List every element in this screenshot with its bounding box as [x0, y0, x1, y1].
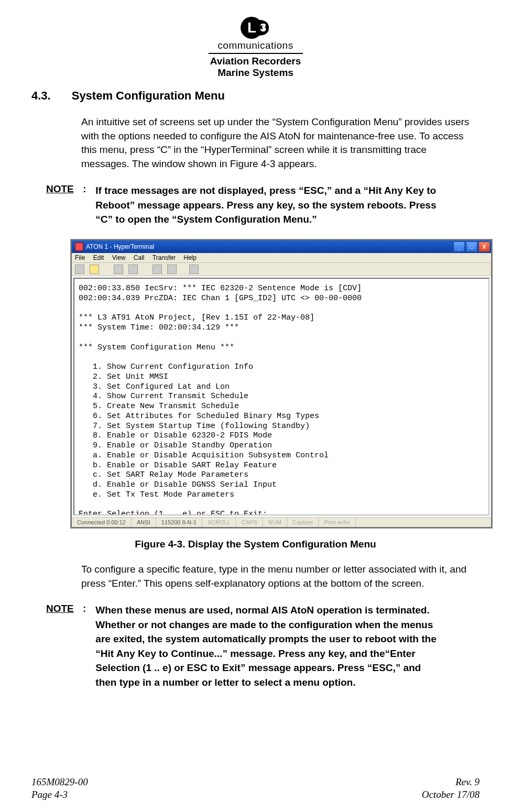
menu-view[interactable]: View	[112, 254, 126, 261]
footer-page-number: Page 4-3	[31, 788, 88, 802]
status-caps: CAPS	[236, 518, 263, 527]
toolbar	[72, 263, 491, 276]
menu-transfer[interactable]: Transfer	[153, 254, 176, 261]
status-num: NUM	[263, 518, 287, 527]
status-scroll: SCROLL	[202, 518, 236, 527]
status-capture: Capture	[287, 518, 319, 527]
call-icon[interactable]	[114, 265, 123, 274]
footer-revision: Rev. 9	[422, 776, 480, 789]
status-echo: Print echo	[319, 518, 356, 527]
minimize-button[interactable]: _	[453, 242, 465, 252]
new-icon[interactable]	[75, 265, 84, 274]
recv-icon[interactable]	[167, 265, 177, 274]
send-icon[interactable]	[153, 265, 162, 274]
status-connected: Connected 0:00:12	[72, 518, 132, 527]
menu-edit[interactable]: Edit	[93, 254, 104, 261]
svg-text:L: L	[247, 19, 256, 36]
svg-text:3: 3	[260, 21, 266, 34]
close-button[interactable]: X	[479, 242, 490, 252]
status-emulation: ANSI	[132, 518, 156, 527]
paragraph-2: To configure a specific feature, type in…	[81, 563, 474, 590]
figure-caption: Figure 4-3. Display the System Configura…	[31, 539, 480, 550]
note-1-text: If trace messages are not displayed, pre…	[95, 183, 441, 227]
section-number: 4.3.	[31, 89, 51, 103]
status-baud: 115200 8-N-1	[156, 518, 202, 527]
note-1: NOTE: If trace messages are not displaye…	[46, 183, 480, 227]
section-title: System Configuration Menu	[72, 89, 225, 103]
header-subtitle-1: Aviation Recorders	[209, 56, 303, 67]
note-label: NOTE	[46, 603, 83, 689]
section-heading: 4.3. System Configuration Menu	[31, 89, 480, 103]
hangup-icon[interactable]	[128, 265, 138, 274]
l3-logo-icon: L 3	[240, 16, 271, 40]
logo-communications: communications	[209, 40, 303, 51]
open-icon[interactable]	[90, 265, 99, 274]
page-header: L 3 communications Aviation Recorders Ma…	[31, 16, 480, 79]
logo: L 3 communications Aviation Recorders Ma…	[209, 16, 303, 79]
note-2-text: When these menus are used, normal AIS At…	[95, 603, 441, 689]
maximize-button[interactable]: □	[466, 242, 477, 252]
app-icon	[75, 243, 83, 251]
figure-hyperterminal-window: ATON 1 - HyperTerminal _ □ X File Edit V…	[71, 239, 492, 528]
menu-call[interactable]: Call	[134, 254, 145, 261]
terminal-output[interactable]: 002:00:33.850 IecSrv: *** IEC 62320-2 Se…	[73, 278, 490, 515]
footer-doc-number: 165M0829-00	[31, 776, 88, 789]
menu-file[interactable]: File	[75, 254, 85, 261]
window-titlebar: ATON 1 - HyperTerminal _ □ X	[72, 240, 491, 253]
paragraph-1: An intuitive set of screens set up under…	[81, 115, 474, 171]
window-title: ATON 1 - HyperTerminal	[86, 243, 154, 250]
menu-help[interactable]: Help	[183, 254, 197, 261]
footer-date: October 17/08	[422, 788, 480, 802]
note-label: NOTE	[46, 183, 83, 227]
page-footer: 165M0829-00 Page 4-3 Rev. 9 October 17/0…	[31, 776, 480, 802]
menu-bar: File Edit View Call Transfer Help	[72, 253, 491, 263]
status-bar: Connected 0:00:12 ANSI 115200 8-N-1 SCRO…	[72, 517, 491, 527]
header-subtitle-2: Marine Systems	[209, 67, 303, 79]
note-2: NOTE: When these menus are used, normal …	[46, 603, 480, 689]
properties-icon[interactable]	[189, 265, 199, 274]
